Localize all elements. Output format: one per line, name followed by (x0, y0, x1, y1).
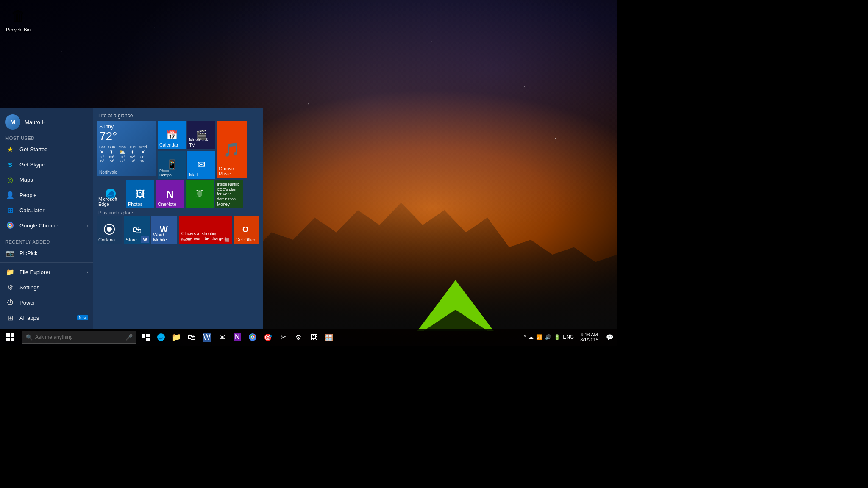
tile-phone-companion[interactable]: 📱 Phone Compa... (158, 151, 186, 179)
volume-icon[interactable]: 🔊 (544, 334, 553, 340)
people-label: People (19, 192, 36, 198)
svg-point-19 (157, 333, 165, 341)
all-apps-icon: ⊞ (5, 313, 15, 323)
calculator-label: Calculator (19, 207, 45, 214)
tile-photos[interactable]: 🖼 Photos (126, 180, 154, 208)
taskbar-edge-icon[interactable] (153, 329, 169, 346)
taskbar-right: ^ ☁ 📶 🔊 🔋 ENG 9:16 AM 8/1/2015 💬 (521, 329, 617, 346)
taskbar-mail-icon[interactable]: ✉ (214, 329, 230, 346)
tile-microsoft-edge[interactable]: Microsoft Edge (97, 180, 125, 208)
maps-icon: ◎ (5, 175, 15, 185)
mail-icon: ✉ (198, 159, 205, 170)
clock-time: 9:16 AM (581, 332, 598, 337)
start-menu: M Mauro H Most used ★ Get Started S Get … (0, 108, 263, 329)
svg-point-7 (107, 227, 112, 232)
svg-rect-14 (6, 338, 10, 341)
tile-onenote[interactable]: N OneNote (156, 180, 184, 208)
sidebar-item-calculator[interactable]: ⊞ Calculator (0, 202, 93, 218)
tile-groove-music[interactable]: 🎵 Groove Music (217, 121, 247, 178)
tile-news[interactable]: Officers at shooting scene won't be char… (179, 216, 232, 244)
recently-added-label: Recently added (0, 237, 93, 245)
file-explorer-arrow: › (87, 270, 88, 274)
tile-store[interactable]: 🛍 Store W (124, 216, 150, 244)
weather-location: Northvale (99, 170, 117, 175)
task-view-button[interactable] (138, 329, 153, 346)
tile-movies-tv[interactable]: 🎬 Movies & TV (187, 121, 215, 149)
onedrive-icon[interactable]: ☁ (527, 334, 535, 340)
edge-label: Microsoft Edge (98, 197, 123, 207)
svg-point-5 (197, 190, 202, 197)
maps-label: Maps (19, 177, 33, 183)
tile-get-office[interactable]: O Get Office (234, 216, 259, 244)
mail-label: Mail (189, 172, 214, 177)
sidebar-item-settings[interactable]: ⚙ Settings (0, 280, 93, 295)
money-news-text: Inside Netflix CEO's plan for world domi… (217, 182, 242, 202)
sidebar-item-picpick[interactable]: 📷 PicPick (0, 245, 93, 261)
xbox-icon (193, 187, 206, 202)
tile-word-mobile[interactable]: W Word Mobile (151, 216, 177, 244)
sidebar-item-get-skype[interactable]: S Get Skype (0, 157, 93, 172)
picpick-label: PicPick (19, 250, 38, 256)
cortana-label: Cortana (98, 237, 121, 242)
power-label: Power (19, 299, 35, 306)
sidebar-item-power[interactable]: ⏻ Power (0, 295, 93, 310)
new-badge: New (77, 315, 88, 320)
forecast-sat-name: Sat (99, 145, 105, 149)
start-menu-tiles-panel: Life at a glance Sunny 72° Sat ☀ 88° 69° (93, 108, 263, 329)
svg-rect-12 (6, 333, 10, 337)
get-started-label: Get Started (19, 146, 47, 152)
taskbar-chrome-icon[interactable] (245, 329, 260, 346)
taskbar-app-icon-2[interactable]: 🎯 (260, 329, 275, 346)
taskbar-store-icon[interactable]: 🛍 (184, 329, 199, 346)
lang-indicator[interactable]: ENG (562, 334, 575, 340)
sidebar-item-all-apps[interactable]: ⊞ All apps New (0, 310, 93, 325)
recycle-bin-graphic: 🗑 (8, 6, 28, 26)
tent-graphic (417, 276, 494, 331)
system-clock[interactable]: 9:16 AM 8/1/2015 (577, 329, 602, 346)
svg-rect-13 (11, 333, 14, 337)
people-icon: 👤 (5, 190, 15, 200)
sidebar-item-google-chrome[interactable]: Google Chrome › (0, 218, 93, 233)
most-used-label: Most used (0, 133, 93, 141)
phone-label: Phone Compa... (159, 169, 184, 177)
sidebar-item-file-explorer[interactable]: 📁 File Explorer › (0, 264, 93, 280)
weather-forecast: Sat ☀ 88° 69° Sun ☀ 88° 73° Mon ⛅ 91 (99, 145, 147, 163)
taskbar-settings-icon[interactable]: ⚙ (291, 329, 306, 346)
tile-mail[interactable]: ✉ Mail (187, 151, 215, 179)
taskbar-word-icon[interactable]: W (199, 329, 214, 346)
tile-weather[interactable]: Sunny 72° Sat ☀ 88° 69° Sun ☀ 88° 73° (97, 121, 156, 176)
start-button[interactable] (0, 329, 20, 346)
sidebar-item-maps[interactable]: ◎ Maps (0, 172, 93, 187)
user-avatar: M (5, 114, 20, 130)
tile-money-news[interactable]: Inside Netflix CEO's plan for world domi… (215, 180, 243, 208)
separator-recently-added (0, 235, 93, 235)
tile-cortana[interactable]: Cortana (97, 216, 122, 244)
svg-point-3 (9, 225, 11, 227)
play-and-explore-label: Play and explore (97, 210, 259, 215)
tile-xbox[interactable] (186, 180, 214, 208)
action-center-icon[interactable]: 💬 (602, 329, 617, 346)
svg-rect-16 (142, 334, 145, 338)
sidebar-item-get-started[interactable]: ★ Get Started (0, 141, 93, 157)
tile-calendar[interactable]: 📅 Calendar (158, 121, 186, 149)
clock-date: 8/1/2015 (580, 337, 598, 342)
search-input[interactable] (35, 334, 125, 340)
taskbar-onenote-icon[interactable]: N (230, 329, 245, 346)
picpick-icon: 📷 (5, 248, 15, 258)
sidebar-item-people[interactable]: 👤 People (0, 187, 93, 202)
taskbar-photos-app-icon[interactable]: 🖼 (306, 329, 321, 346)
taskbar-file-explorer-icon[interactable]: 📁 (169, 329, 184, 346)
photos-icon: 🖼 (136, 189, 145, 200)
recycle-bin-icon[interactable]: 🗑 Recycle Bin (4, 4, 32, 34)
calendar-label: Calendar (159, 142, 184, 147)
user-profile[interactable]: M Mauro H (0, 111, 93, 133)
get-office-label: Get Office (235, 237, 258, 242)
tray-expand-icon[interactable]: ^ (523, 334, 528, 340)
taskbar-snipping-icon[interactable]: ✂ (275, 329, 291, 346)
news-icon: 📰 (224, 238, 229, 242)
taskbar-windows-icon[interactable]: 🪟 (321, 329, 337, 346)
wifi-icon[interactable]: 📶 (535, 334, 544, 340)
search-bar[interactable]: 🔍 🎤 (22, 331, 136, 344)
word-label: Word Mobile (153, 232, 175, 242)
battery-icon[interactable]: 🔋 (553, 334, 562, 340)
